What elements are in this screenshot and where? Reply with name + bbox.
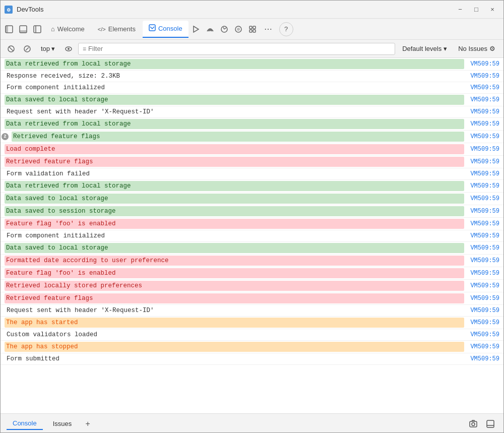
- log-source[interactable]: VM509:59: [470, 307, 499, 314]
- log-source[interactable]: VM509:59: [470, 120, 499, 128]
- eye-button[interactable]: [62, 42, 75, 55]
- log-row[interactable]: Form component initializedVM509:59: [1, 82, 503, 94]
- log-row[interactable]: The app has startedVM509:59: [1, 317, 503, 329]
- log-source[interactable]: VM509:59: [470, 331, 499, 338]
- tab-performance[interactable]: [218, 23, 231, 36]
- tab-application[interactable]: [246, 23, 259, 36]
- log-source[interactable]: VM509:59: [470, 257, 499, 264]
- log-source[interactable]: VM509:59: [470, 220, 499, 227]
- log-source[interactable]: VM509:59: [470, 355, 499, 362]
- tab-memory[interactable]: [232, 23, 245, 36]
- log-source[interactable]: VM509:59: [470, 60, 499, 68]
- log-row[interactable]: Formatted date according to user prefere…: [1, 255, 503, 267]
- log-message: Data saved to local storage: [5, 95, 464, 105]
- log-message: The app has stopped: [5, 342, 464, 352]
- no-issues-button[interactable]: No Issues ⚙: [454, 43, 499, 54]
- log-source[interactable]: VM509:59: [470, 208, 499, 215]
- log-message: Formatted date according to user prefere…: [5, 256, 464, 266]
- context-selector[interactable]: top ▾: [37, 43, 59, 54]
- more-tabs-button[interactable]: ⋯: [260, 22, 276, 36]
- svg-line-20: [26, 47, 29, 50]
- log-source[interactable]: VM509:59: [470, 343, 499, 350]
- log-row[interactable]: Retrieved feature flagsVM509:59: [1, 292, 503, 305]
- log-source[interactable]: VM509:59: [470, 84, 499, 91]
- svg-rect-8: [149, 25, 155, 31]
- log-row[interactable]: Data retrieved from local storageVM509:5…: [1, 180, 503, 193]
- tab-welcome[interactable]: ⌂ Welcome: [45, 21, 91, 38]
- log-row[interactable]: Data retrieved from local storageVM509:5…: [1, 118, 503, 131]
- log-message: Request sent with header 'X-Request-ID': [5, 107, 464, 116]
- filter-toggle-button[interactable]: [21, 42, 34, 55]
- log-source[interactable]: VM509:59: [470, 295, 499, 302]
- log-row[interactable]: Response received, size: 2.3KBVM509:59: [1, 71, 503, 82]
- log-source[interactable]: VM509:59: [470, 96, 499, 103]
- svg-rect-14: [253, 26, 256, 29]
- log-message: Data saved to local storage: [5, 194, 464, 204]
- log-source[interactable]: VM509:59: [470, 195, 499, 202]
- log-row[interactable]: Form component initializedVM509:59: [1, 230, 503, 242]
- log-row[interactable]: Form submittedVM509:59: [1, 353, 503, 365]
- sidebar-toggle-button[interactable]: [31, 23, 44, 36]
- log-row[interactable]: Feature flag 'foo' is enabledVM509:59: [1, 218, 503, 230]
- tab-console[interactable]: Console: [143, 21, 188, 38]
- tab-elements[interactable]: </> Elements: [92, 21, 142, 38]
- log-source[interactable]: VM509:59: [470, 282, 499, 289]
- filter-input[interactable]: [88, 45, 391, 52]
- clear-console-button[interactable]: [5, 42, 18, 55]
- log-row[interactable]: Load completeVM509:59: [1, 143, 503, 156]
- default-levels-button[interactable]: Default levels ▾: [398, 43, 451, 54]
- log-row[interactable]: Retrieved feature flagsVM509:59: [1, 156, 503, 168]
- log-message: Data saved to local storage: [5, 243, 464, 253]
- log-source[interactable]: VM509:59: [470, 244, 499, 252]
- log-row[interactable]: Data saved to local storageVM509:59: [1, 94, 503, 106]
- add-tab-button[interactable]: +: [82, 418, 94, 430]
- log-message: Form component initialized: [5, 83, 464, 92]
- log-source[interactable]: VM509:59: [470, 73, 499, 80]
- bottom-tab-console[interactable]: Console: [7, 417, 43, 430]
- dock-left-button[interactable]: [3, 23, 16, 36]
- log-row[interactable]: Request sent with header 'X-Request-ID'V…: [1, 106, 503, 118]
- minimize-button[interactable]: −: [453, 5, 467, 15]
- console-log[interactable]: Data retrieved from local storageVM509:5…: [1, 58, 503, 413]
- log-source[interactable]: VM509:59: [470, 170, 499, 177]
- log-message: Form validation failed: [5, 169, 464, 178]
- screenshot-button[interactable]: [466, 417, 480, 431]
- log-row[interactable]: Feature flag 'foo' is enabledVM509:59: [1, 267, 503, 280]
- close-button[interactable]: ×: [485, 5, 499, 15]
- svg-text:⚙: ⚙: [7, 8, 11, 13]
- log-row[interactable]: 2Retrieved feature flagsVM509:59: [1, 131, 503, 143]
- log-row[interactable]: Data saved to session storageVM509:59: [1, 205, 503, 218]
- log-row[interactable]: Request sent with header 'X-Request-ID'V…: [1, 305, 503, 317]
- bottom-tab-issues[interactable]: Issues: [47, 418, 78, 429]
- log-source[interactable]: VM509:59: [470, 108, 499, 115]
- log-source[interactable]: VM509:59: [470, 158, 499, 165]
- log-row[interactable]: Data retrieved from local storageVM509:5…: [1, 58, 503, 71]
- log-row[interactable]: Data saved to local storageVM509:59: [1, 242, 503, 255]
- svg-point-22: [68, 48, 70, 50]
- maximize-button[interactable]: □: [469, 5, 483, 15]
- svg-point-12: [237, 28, 240, 31]
- log-row[interactable]: Custom validators loadedVM509:59: [1, 329, 503, 341]
- window-controls: − □ ×: [453, 5, 499, 15]
- help-button[interactable]: ?: [279, 22, 293, 36]
- log-source[interactable]: VM509:59: [470, 146, 499, 153]
- dock-bottom-button[interactable]: [17, 23, 30, 36]
- tab-network[interactable]: [204, 23, 217, 36]
- log-source[interactable]: VM509:59: [470, 182, 499, 190]
- log-source[interactable]: VM509:59: [470, 270, 499, 277]
- tab-sources[interactable]: [190, 23, 203, 36]
- log-row[interactable]: Form validation failedVM509:59: [1, 168, 503, 180]
- log-source[interactable]: VM509:59: [470, 133, 499, 140]
- log-message: Retrieved feature flags: [5, 293, 464, 303]
- context-value: top: [41, 45, 50, 52]
- log-source[interactable]: VM509:59: [470, 319, 499, 326]
- svg-line-18: [9, 47, 13, 51]
- log-row[interactable]: Data saved to local storageVM509:59: [1, 193, 503, 205]
- dock-icon-button[interactable]: [483, 417, 497, 431]
- log-source[interactable]: VM509:59: [470, 232, 499, 239]
- log-message: Retrieved feature flags: [5, 157, 464, 167]
- log-message: Retrieved locally stored preferences: [5, 281, 464, 291]
- log-message: Form submitted: [5, 354, 464, 363]
- log-row[interactable]: The app has stoppedVM509:59: [1, 341, 503, 353]
- log-row[interactable]: Retrieved locally stored preferencesVM50…: [1, 280, 503, 292]
